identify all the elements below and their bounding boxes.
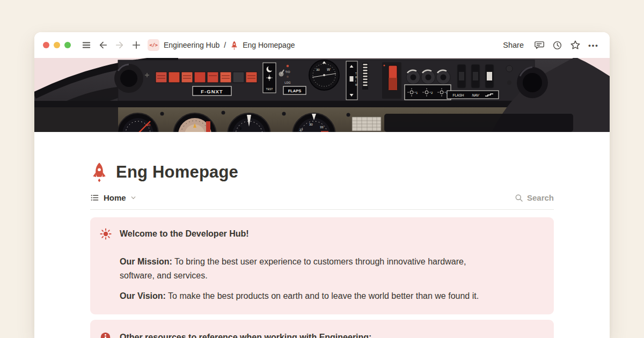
cover-right-vent <box>517 67 548 98</box>
svg-text:33: 33 <box>320 126 324 129</box>
comments-button[interactable] <box>531 38 546 53</box>
cover-striped-indicator <box>362 63 368 90</box>
code-icon: </> <box>148 39 159 51</box>
cover-compass-gauge: 30 W <box>309 60 339 90</box>
traffic-lights <box>43 42 71 48</box>
welcome-callout[interactable]: Welcome to the Developer Hub! Our Missio… <box>90 217 554 314</box>
vision-paragraph: Our Vision: To make the best products on… <box>120 289 544 303</box>
rocket-icon <box>230 41 238 50</box>
svg-text:FLASH: FLASH <box>453 93 464 97</box>
svg-text:LDG: LDG <box>284 81 290 84</box>
page-content: Eng Homepage Home <box>34 162 610 338</box>
resources-callout[interactable]: Other resources to reference when workin… <box>90 320 554 338</box>
cover-flash-nav-placard: FLASH NAV <box>447 91 499 99</box>
svg-text:T/O: T/O <box>285 70 290 74</box>
tab-home-label: Home <box>104 193 126 202</box>
svg-text:W: W <box>327 68 331 71</box>
search-label: Search <box>527 193 554 202</box>
cover-rocker-switches <box>457 64 494 88</box>
arrow-left-icon <box>98 40 108 50</box>
forward-button[interactable] <box>113 38 127 52</box>
star-icon <box>570 40 581 50</box>
breadcrumb-workspace[interactable]: Engineering Hub <box>164 41 219 49</box>
svg-text:I: I <box>355 80 356 83</box>
new-page-button[interactable] <box>129 38 143 52</box>
svg-text:F-GNXT: F-GNXT <box>201 89 223 94</box>
breadcrumb-current-page[interactable]: Eng Homepage <box>243 41 295 49</box>
search-button[interactable]: Search <box>515 193 554 202</box>
svg-text:TEST: TEST <box>266 87 273 91</box>
svg-text:FLAPS: FLAPS <box>288 89 302 93</box>
ellipsis-icon: ••• <box>588 41 599 49</box>
minimize-window-button[interactable] <box>54 42 60 48</box>
zoom-window-button[interactable] <box>64 42 71 48</box>
mission-label: Our Mission: <box>120 257 172 266</box>
mission-paragraph: Our Mission: To bring the best user expe… <box>120 255 544 283</box>
svg-text:30: 30 <box>316 68 320 71</box>
toolbar: </> Engineering Hub / Eng Homepage Share <box>34 32 610 58</box>
svg-text:M: M <box>355 84 357 86</box>
page-title: Eng Homepage <box>116 163 238 182</box>
plus-icon <box>131 40 141 50</box>
view-tab-bar: Home Search <box>90 193 554 210</box>
page-title-block: Eng Homepage <box>90 162 554 182</box>
vision-label: Our Vision: <box>120 291 166 300</box>
toolbar-actions: Share <box>499 38 601 53</box>
svg-text:NAV: NAV <box>472 93 479 97</box>
sidebar-menu-button[interactable] <box>79 38 93 52</box>
page-history-button[interactable] <box>550 38 565 53</box>
chevron-down-icon <box>130 195 136 201</box>
svg-text:9: 9 <box>239 127 241 130</box>
svg-text:30: 30 <box>309 123 313 126</box>
clock-icon <box>552 40 562 50</box>
cover-image[interactable]: F-GNXT TEST T/O LDG FLAPS 30 <box>34 58 610 132</box>
nav-buttons <box>79 38 143 52</box>
more-options-button[interactable]: ••• <box>586 38 601 53</box>
notion-window: </> Engineering Hub / Eng Homepage Share <box>34 32 610 338</box>
comment-icon <box>534 40 544 50</box>
cover-light-knobs: 1 2 3 <box>405 70 451 100</box>
cover-armed-switch <box>382 62 401 99</box>
rocket-icon <box>90 162 108 182</box>
tab-home[interactable]: Home <box>90 193 136 202</box>
cover-trim-indicator: TR IM <box>346 61 357 100</box>
cover-registration-placard: F-GNXT <box>193 86 231 95</box>
callout-title: Welcome to the Developer Hub! <box>120 227 544 240</box>
search-icon <box>515 194 523 202</box>
arrow-right-icon <box>115 40 125 50</box>
svg-text:27: 27 <box>299 128 303 131</box>
svg-text:T: T <box>355 72 357 75</box>
cover-test-panel: TEST <box>263 63 276 93</box>
favorite-button[interactable] <box>568 38 583 53</box>
info-icon <box>100 331 112 338</box>
breadcrumb: </> Engineering Hub / Eng Homepage <box>148 39 295 51</box>
hamburger-icon <box>82 40 91 50</box>
breadcrumb-separator: / <box>224 41 226 49</box>
close-window-button[interactable] <box>43 42 49 48</box>
back-button[interactable] <box>96 38 110 52</box>
sun-icon <box>100 227 112 303</box>
share-button[interactable]: Share <box>499 41 528 49</box>
list-view-icon <box>90 193 99 202</box>
callout-title: Other resources to reference when workin… <box>120 331 544 338</box>
